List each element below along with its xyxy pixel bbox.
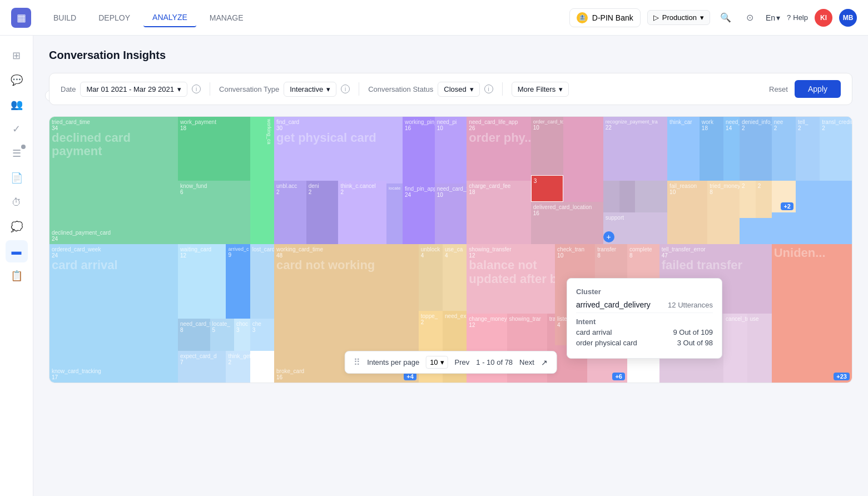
sidebar-item-report[interactable]: 📄 bbox=[6, 167, 28, 189]
date-filter-label: Date bbox=[61, 85, 76, 93]
more-filters-chevron-icon: ▾ bbox=[559, 85, 563, 93]
tooltip-intent-name-1: order physical card bbox=[576, 339, 637, 347]
treemap-cell-deni[interactable]: deni 2 bbox=[306, 181, 339, 245]
treemap-cell-accept[interactable] bbox=[603, 181, 619, 212]
apply-button[interactable]: Apply bbox=[795, 80, 841, 98]
treemap-cell-charge-card-fee[interactable]: charge_card_fee 18 bbox=[467, 181, 530, 245]
treemap-cell-fail-reason[interactable]: fail_reason 10 bbox=[667, 181, 707, 245]
treemap-cell-work-payment[interactable]: work_payment 18 bbox=[178, 117, 250, 181]
treemap-cell-add[interactable] bbox=[619, 181, 636, 212]
conv-type-select[interactable]: Interactive ▾ bbox=[284, 82, 336, 97]
treemap-cell-working-pin[interactable]: working_pin_ 16 bbox=[403, 117, 435, 183]
treemap-cell-top-up-small[interactable]: 2 bbox=[740, 181, 756, 218]
conv-status-info-icon[interactable]: i bbox=[484, 85, 493, 93]
treemap-cell-order-card-today[interactable]: order_card_toda 10 bbox=[531, 117, 563, 175]
sidebar-item-rectangle[interactable]: ▬ bbox=[6, 240, 28, 262]
treemap-cell-think-gettin[interactable]: think_gettir 2 bbox=[226, 351, 250, 383]
next-button[interactable]: Next bbox=[519, 358, 534, 366]
help-button[interactable]: ? Help bbox=[787, 13, 808, 22]
nav-deploy[interactable]: DEPLOY bbox=[90, 9, 139, 27]
treemap-cell-transl-credit[interactable]: transl_credit 2 bbox=[820, 117, 852, 181]
sidebar-item-users[interactable]: 👥 bbox=[6, 93, 28, 116]
avatar-mb[interactable]: MB bbox=[839, 9, 857, 27]
treemap-cell-think-cancel[interactable]: think_c.cancel 2 bbox=[338, 181, 386, 245]
treemap-cell-unidentified[interactable]: Uniden... +23 bbox=[772, 244, 852, 383]
date-filter-select[interactable]: Mar 01 2021 - Mar 29 2021 ▾ bbox=[80, 82, 187, 97]
conv-type-info-icon[interactable]: i bbox=[341, 85, 350, 93]
cluster-tooltip: Cluster arrived_card_delivery 12 Utteran… bbox=[567, 278, 722, 359]
settings-button[interactable]: ⊙ bbox=[741, 9, 759, 27]
filter-divider-3 bbox=[502, 82, 503, 96]
treemap-cell-lost-card[interactable]: lost_card bbox=[250, 244, 274, 319]
prev-button[interactable]: Prev bbox=[455, 358, 470, 366]
treemap-cell-use-ca[interactable]: use_ca 4 bbox=[443, 244, 467, 311]
treemap-cell-know-fund[interactable]: know_fund 6 bbox=[178, 181, 250, 245]
env-arrow-icon: ▷ bbox=[653, 13, 659, 22]
conv-status-label: Conversation Status bbox=[368, 85, 433, 93]
conv-type-filter-group: Conversation Type Interactive ▾ i bbox=[219, 82, 350, 97]
sidebar-item-document[interactable]: 📋 bbox=[6, 265, 28, 287]
tooltip-intent-count-1: 3 Out of 98 bbox=[677, 339, 713, 347]
conv-status-filter-group: Conversation Status Closed ▾ i bbox=[368, 82, 493, 97]
avatar-ki[interactable]: KI bbox=[815, 9, 832, 27]
reset-button[interactable]: Reset bbox=[769, 85, 788, 93]
nav-manage[interactable]: MANAGE bbox=[201, 9, 252, 27]
environment-selector[interactable]: ▷ Production ▾ bbox=[647, 10, 710, 25]
treemap-cell-tried-money[interactable]: tried_money_ 8 bbox=[707, 181, 740, 245]
treemap-cell-delivered-card[interactable]: delivered_card_location 16 bbox=[531, 202, 603, 244]
plus-badge-23[interactable]: +23 bbox=[834, 373, 850, 380]
treemap-cell-need-top[interactable]: nee 2 bbox=[772, 117, 796, 181]
treemap-cell-find-pin-app[interactable]: find_pin_app 24 bbox=[403, 183, 435, 245]
filters-bar: Date Mar 01 2021 - Mar 29 2021 ▾ i Conve… bbox=[49, 73, 852, 105]
treemap-cell-cancel-transact[interactable]: cancel_transactio bbox=[723, 314, 747, 383]
treemap-cell-cost[interactable] bbox=[635, 181, 667, 212]
sidebar-item-comments[interactable]: 💭 bbox=[6, 216, 28, 238]
sidebar-item-grid[interactable]: ⊞ bbox=[6, 44, 28, 67]
treemap-cell-card-arrival[interactable]: ordered_card_week 24 card arrival know_c… bbox=[49, 244, 178, 383]
treemap-cell-declined-card[interactable]: tried_card_time 34 declined cardpayment … bbox=[49, 117, 178, 244]
search-button[interactable]: 🔍 bbox=[717, 9, 735, 27]
plus-badge-4[interactable]: +4 bbox=[404, 373, 416, 380]
treemap-cell-unbl[interactable]: unbl.acc 2 bbox=[274, 181, 306, 245]
per-page-select[interactable]: 10 ▾ bbox=[426, 356, 448, 369]
per-page-chevron-icon: ▾ bbox=[440, 358, 444, 366]
treemap-cell-use[interactable]: use bbox=[747, 314, 771, 383]
main-content: Conversation Insights Date Mar 01 2021 -… bbox=[33, 36, 868, 496]
treemap-cell-unblock[interactable]: unblock 4 bbox=[419, 244, 443, 311]
treemap-cell-plus2[interactable]: +2 bbox=[772, 181, 796, 212]
treemap-cell-need-arrival-highlight[interactable]: 3 bbox=[531, 175, 563, 202]
filter-divider-2 bbox=[359, 82, 359, 96]
treemap-cell-locate-card[interactable]: locate bbox=[386, 183, 403, 245]
expand-icon[interactable]: ↗ bbox=[541, 358, 548, 367]
treemap-cell-arrived-c[interactable]: arrived_c 9 bbox=[226, 244, 250, 319]
treemap-cell-working-ca[interactable]: working_ca bbox=[250, 117, 274, 244]
treemap-cell-tell-2[interactable]: 2 bbox=[756, 181, 772, 218]
treemap-cell-che[interactable]: che 3 bbox=[250, 319, 274, 350]
treemap-cell-think-car[interactable]: think_car bbox=[667, 117, 700, 181]
cell-label-declined-payment: declined_payment_card bbox=[52, 230, 176, 236]
nav-analyze[interactable]: ANALYZE bbox=[143, 8, 196, 27]
treemap-cell-need-pi[interactable]: need_pi 10 bbox=[435, 117, 467, 183]
sidebar-item-layers[interactable]: ☰ ⋮ bbox=[6, 142, 28, 165]
more-filters-select[interactable]: More Filters ▾ bbox=[512, 82, 569, 97]
language-selector[interactable]: En ▾ bbox=[766, 13, 780, 22]
treemap-cell-expect-card[interactable]: expect_card_d 7 bbox=[178, 351, 226, 383]
treemap-cell-denied-info[interactable]: denied_info_detra 2 bbox=[740, 117, 772, 181]
plus-badge-transfer[interactable]: +6 bbox=[612, 373, 625, 380]
treemap-cell-choc[interactable]: choc 3 bbox=[234, 319, 250, 350]
expand-cluster-button[interactable]: + bbox=[603, 231, 614, 242]
conv-status-select[interactable]: Closed ▾ bbox=[438, 82, 479, 97]
date-info-icon[interactable]: i bbox=[192, 85, 201, 93]
pagination-drag-handle[interactable]: ⠿ bbox=[354, 357, 360, 368]
sidebar: › ⊞ 💬 👥 ✓ ☰ ⋮ 📄 ⏱ 💭 ▬ 📋 bbox=[0, 36, 33, 496]
bank-selector[interactable]: 🏦 D-PIN Bank bbox=[569, 8, 641, 27]
treemap-cell-waiting-card[interactable]: waiting_card 12 bbox=[178, 244, 226, 319]
plus-badge-2[interactable]: +2 bbox=[781, 202, 793, 210]
sidebar-item-chat[interactable]: 💬 bbox=[6, 69, 28, 91]
sidebar-item-checklist[interactable]: ✓ bbox=[6, 118, 28, 140]
nav-build[interactable]: BUILD bbox=[44, 9, 85, 27]
treemap-cell-need-card-trans[interactable]: need_card_trans 10 bbox=[435, 183, 467, 245]
treemap-cell-tell-top[interactable]: tell_ 2 bbox=[796, 117, 820, 181]
sidebar-item-clock[interactable]: ⏱ bbox=[6, 191, 28, 214]
treemap-cell-work[interactable]: work 18 bbox=[700, 117, 723, 181]
